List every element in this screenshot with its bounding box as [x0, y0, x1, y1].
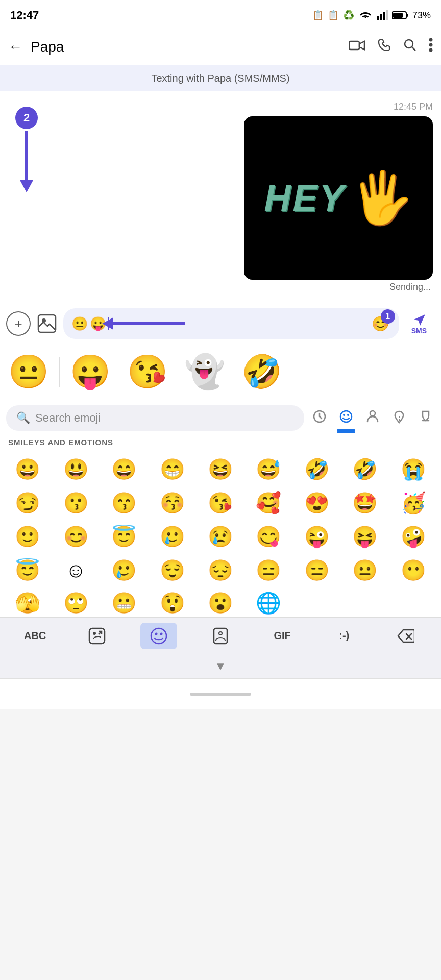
emoji-kissing-smiling-eyes[interactable]: 😙: [101, 486, 148, 519]
svg-line-9: [412, 47, 415, 51]
gallery-button[interactable]: [35, 311, 59, 336]
emoji-relieved2[interactable]: 😌: [149, 554, 195, 586]
objects-tab[interactable]: [416, 407, 435, 429]
svg-point-17: [343, 414, 345, 416]
notification-icon-1: 📋: [312, 10, 324, 21]
svg-rect-7: [349, 41, 359, 50]
emoji-yum[interactable]: 😋: [245, 520, 292, 553]
emoji-cry[interactable]: 😢: [197, 520, 244, 553]
battery-icon: [392, 11, 408, 20]
emoji-kissing-closed-eyes[interactable]: 😚: [149, 486, 195, 519]
more-options-icon[interactable]: [429, 38, 433, 56]
emoji-no-mouth[interactable]: 😑: [293, 554, 340, 586]
svg-rect-6: [393, 13, 403, 18]
keyboard-sticker-button[interactable]: [79, 623, 115, 649]
delete-icon: [397, 629, 414, 643]
emoji-sob[interactable]: 😭: [390, 453, 437, 485]
annotation-circle-1: 1: [381, 309, 395, 324]
emoji-star-struck[interactable]: 🤩: [341, 486, 388, 519]
people-tab[interactable]: [363, 407, 382, 429]
emoji-neutral[interactable]: 😐: [341, 554, 388, 586]
svg-rect-0: [377, 16, 379, 20]
recent-emoji-3[interactable]: 😘: [119, 353, 176, 391]
emoji-slightly-smiling[interactable]: 🙂: [4, 520, 51, 553]
svg-point-28: [219, 632, 222, 635]
chat-area: 2 12:45 PM HEY 🖐 Sending...: [0, 91, 441, 303]
keyboard-abc-button[interactable]: ABC: [17, 623, 54, 649]
svg-point-11: [429, 43, 433, 47]
svg-point-18: [347, 414, 349, 416]
input-bar: + 😐 😛 😊 1 SMS: [0, 303, 441, 344]
hand-wave-emoji: 🖐: [350, 168, 413, 228]
search-emoji-input[interactable]: 🔍 Search emoji: [6, 405, 304, 431]
recent-tab[interactable]: [310, 407, 329, 429]
nature-tab[interactable]: [390, 407, 408, 429]
svg-rect-5: [406, 14, 408, 17]
emoji-heart-eyes[interactable]: 😍: [293, 486, 340, 519]
emoji-kissing[interactable]: 😗: [52, 486, 99, 519]
sticker-icon: [88, 627, 106, 645]
recent-emoji-4[interactable]: 👻: [176, 353, 233, 391]
svg-point-26: [160, 632, 162, 635]
text-input-area[interactable]: 😐 😛 😊 1: [63, 308, 399, 339]
emoji-picker-button[interactable]: 😊 1: [371, 313, 391, 334]
emoji-smile[interactable]: 😄: [101, 453, 148, 485]
keyboard-emoji-button[interactable]: [140, 623, 177, 649]
recent-emoji-5[interactable]: 🤣: [233, 353, 290, 391]
emoji-smiley[interactable]: 😃: [52, 453, 99, 485]
emoji-relieved[interactable]: 😇: [4, 554, 51, 586]
emoji-disappointed[interactable]: 😔: [197, 554, 244, 586]
back-button[interactable]: ←: [8, 39, 22, 55]
abc-label: ABC: [24, 630, 46, 642]
emoji-kissing-heart[interactable]: 😘: [197, 486, 244, 519]
emoji-partial-1[interactable]: 🫣: [4, 586, 51, 617]
video-call-icon[interactable]: [349, 39, 365, 55]
emoji-sweat-smile[interactable]: 😅: [245, 453, 292, 485]
emoji-blush[interactable]: 😊: [52, 520, 99, 553]
emoji-zany[interactable]: 🤪: [390, 520, 437, 553]
emoji-grid-partial: 🫣 🙄 😬 😲 😮 🌐: [0, 586, 441, 617]
emoji-partial-3[interactable]: 😬: [101, 586, 148, 617]
emoji-partial-6[interactable]: 🌐: [245, 586, 292, 617]
emoji-pensive[interactable]: 🥲: [101, 554, 148, 586]
keyboard-gif-button[interactable]: GIF: [264, 623, 301, 649]
emoji-partial-4[interactable]: 😲: [149, 586, 195, 617]
keyboard-memo-button[interactable]: [202, 623, 239, 649]
emoji-joy[interactable]: 🤣: [341, 453, 388, 485]
emoji-category-label: SMILEYS AND EMOTIONS: [0, 434, 441, 449]
emoji-smiling-hearts[interactable]: 🥰: [245, 486, 292, 519]
text-cursor: [108, 317, 109, 330]
emoji-innocent[interactable]: 😇: [101, 520, 148, 553]
emoji-partial-5[interactable]: 😮: [197, 586, 244, 617]
search-emoji-placeholder: Search emoji: [35, 411, 101, 425]
emoji-expressionless[interactable]: 😑: [245, 554, 292, 586]
emoji-smirk[interactable]: 😏: [4, 486, 51, 519]
emoji-grin[interactable]: 😁: [149, 453, 195, 485]
recent-emoji-1[interactable]: 😐: [0, 353, 57, 391]
add-attachment-button[interactable]: +: [6, 311, 31, 336]
input-emoji-2: 😛: [90, 316, 106, 332]
emoji-holding-back-tears[interactable]: 🥲: [149, 520, 195, 553]
emoji-grinning[interactable]: 😀: [4, 453, 51, 485]
recent-emoji-2[interactable]: 😛: [62, 353, 119, 391]
search-icon[interactable]: [403, 38, 416, 55]
emoji-relaxed[interactable]: ☺️: [52, 554, 99, 586]
emoji-party[interactable]: 🥳: [390, 486, 437, 519]
send-button[interactable]: SMS: [403, 308, 435, 339]
search-emoji-icon: 🔍: [16, 411, 30, 425]
keyboard-emoticon-button[interactable]: :-): [326, 623, 362, 649]
emoji-stuck-out-tongue-closed[interactable]: 😝: [341, 520, 388, 553]
annotation-2: 2: [15, 107, 38, 182]
emoji-speechless[interactable]: 😶: [390, 554, 437, 586]
nav-bar-handle: [190, 693, 251, 696]
emoji-rofl[interactable]: 🤣: [293, 453, 340, 485]
phone-icon[interactable]: [378, 38, 391, 55]
keyboard-bottom-bar: ABC GIF :-): [0, 617, 441, 654]
keyboard-delete-button[interactable]: [387, 623, 424, 649]
chevron-down-icon[interactable]: ▼: [214, 659, 227, 673]
nav-bottom: [0, 678, 441, 709]
smileys-tab[interactable]: [337, 407, 355, 429]
emoji-laughing[interactable]: 😆: [197, 453, 244, 485]
emoji-stuck-out-tongue-winking[interactable]: 😜: [293, 520, 340, 553]
emoji-partial-2[interactable]: 🙄: [52, 586, 99, 617]
